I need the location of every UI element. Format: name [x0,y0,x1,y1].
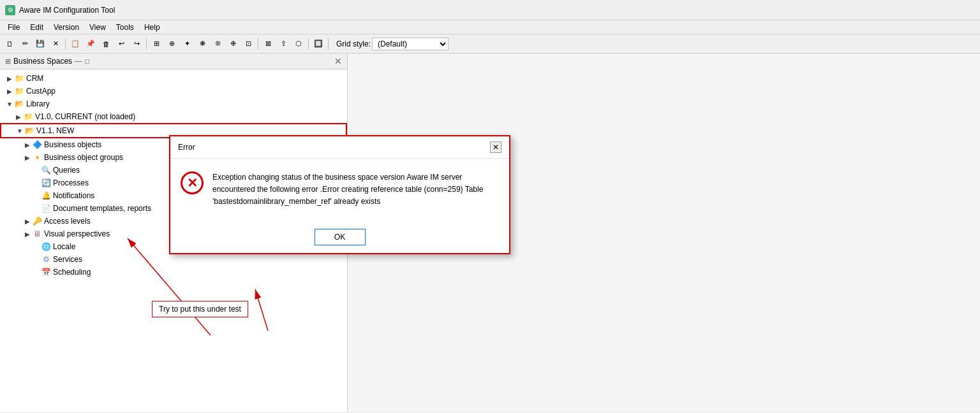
svc-icon: ⚙ [41,254,51,264]
tree-item-custapp[interactable]: ▶ 📁 CustApp [0,85,347,98]
app-icon: ⚙ [5,5,15,15]
toolbar-separator-2 [146,38,147,50]
tree-label-notifications: Notifications [53,191,94,200]
tree-label-locale: Locale [53,242,75,251]
toolbar-redo[interactable]: ↪ [130,37,144,51]
tree-label-doctemplates: Document templates, reports [53,204,151,213]
annotation-box: Try to put this under test [152,301,248,317]
bo-icon: 🔷 [32,140,42,150]
bog-icon: 🔸 [32,152,42,163]
dialog-titlebar: Error ✕ [170,136,509,159]
panel-minimize[interactable]: — [75,57,82,66]
tree-label-access: Access levels [44,217,91,226]
tree-label-queries: Queries [53,166,80,175]
toolbar-b5[interactable]: ❊ [211,37,225,51]
panel-tab-close[interactable]: ✕ [334,56,342,66]
toolbar-b6[interactable]: ❉ [226,37,240,51]
toolbar-separator-5 [328,38,329,50]
menu-tools[interactable]: Tools [111,22,139,33]
tree-arrow-crm: ▶ [5,74,14,83]
dialog-title: Error [178,143,195,152]
tree-label-custapp: CustApp [26,87,56,96]
tree-label-bo: Business objects [44,140,101,149]
tree-label-visual: Visual perspectives [44,229,110,238]
tree-arrow-library: ▼ [5,99,14,108]
menu-bar: File Edit Version View Tools Help [0,20,980,34]
main-area: ⊞ Business Spaces — □ ✕ ▶ 📁 CRM ▶ 📁 Cust… [0,54,980,412]
folder-icon-library: 📂 [14,99,24,109]
error-icon: ✕ [181,171,204,194]
tree-arrow-bog: ▶ [23,153,32,162]
tree-label-v10: V1.0, CURRENT (not loaded) [35,112,135,121]
tree-item-crm[interactable]: ▶ 📁 CRM [0,72,347,85]
folder-icon-v11: 📂 [24,126,34,136]
toolbar-close[interactable]: ✕ [48,37,63,51]
toolbar: 🗋 ✏ 💾 ✕ 📋 📌 🗑 ↩ ↪ ⊞ ⊕ ✦ ❋ ❊ ❉ ⊡ ⊠ ⇪ ⬡ 🔲 … [0,34,980,54]
folder-icon-crm: 📁 [14,73,24,83]
dialog-close-button[interactable]: ✕ [490,141,501,153]
tree-arrow-visual: ▶ [23,229,32,238]
tree-label-v11: V1.1, NEW [36,126,74,135]
folder-icon-custapp: 📁 [14,86,24,96]
toolbar-copy[interactable]: 📋 [68,37,82,51]
toolbar-b9[interactable]: ⇪ [276,37,290,51]
toolbar-b4[interactable]: ❋ [195,37,209,51]
app-title: Aware IM Configuration Tool [19,6,115,15]
toolbar-b1[interactable]: ⊞ [149,37,163,51]
dialog-footer: OK [170,221,509,253]
panel-tab-controls[interactable]: — □ [75,57,89,66]
toolbar-b11[interactable]: 🔲 [311,37,325,51]
toolbar-b2[interactable]: ⊕ [165,37,179,51]
dialog-ok-button[interactable]: OK [315,229,366,245]
folder-icon-v10: 📁 [23,112,33,122]
tree-item-scheduling[interactable]: ▶ 📅 Scheduling [0,266,347,279]
menu-edit[interactable]: Edit [25,22,48,33]
toolbar-delete[interactable]: 🗑 [99,37,113,51]
tree-label-processes: Processes [53,178,89,187]
grid-style-select[interactable]: (Default) [372,38,449,50]
panel-maximize[interactable]: □ [85,57,89,66]
tree-label-scheduling: Scheduling [53,268,91,277]
tree-label-crm: CRM [26,74,43,83]
tree-arrow-custapp: ▶ [5,87,14,96]
annotation-text: Try to put this under test [159,305,241,314]
tree-item-services[interactable]: ▶ ⚙ Services [0,253,347,266]
toolbar-edit[interactable]: ✏ [18,37,32,51]
tree-item-v10[interactable]: ▶ 📁 V1.0, CURRENT (not loaded) [0,110,347,123]
proc-icon: 🔄 [41,178,51,188]
panel-tab-title: Business Spaces [13,57,72,66]
toolbar-b10[interactable]: ⬡ [292,37,306,51]
tree-arrow-access: ▶ [23,217,32,226]
grid-style-label: Grid style: [336,40,371,48]
tree-arrow-v11: ▼ [15,126,24,135]
dialog-body: ✕ Exception changing status of the busin… [170,159,509,221]
locale-icon: 🌐 [41,242,51,252]
tree-label-library: Library [26,99,50,108]
menu-view[interactable]: View [84,22,111,33]
tree-item-library[interactable]: ▼ 📂 Library [0,98,347,110]
sched-icon: 📅 [41,267,51,277]
toolbar-undo[interactable]: ↩ [114,37,128,51]
notif-icon: 🔔 [41,191,51,201]
toolbar-separator-4 [308,38,309,50]
menu-version[interactable]: Version [48,22,84,33]
tree-label-bog: Business object groups [44,153,123,162]
title-bar: ⚙ Aware IM Configuration Tool [0,0,980,20]
tree-label-services: Services [53,255,82,264]
toolbar-b7[interactable]: ⊡ [241,37,255,51]
toolbar-b8[interactable]: ⊠ [261,37,275,51]
doc-icon: 📄 [41,203,51,214]
panel-tab: ⊞ Business Spaces — □ ✕ [0,54,347,69]
toolbar-paste[interactable]: 📌 [84,37,98,51]
tree-arrow-v10: ▶ [14,112,23,121]
menu-help[interactable]: Help [139,22,165,33]
toolbar-b3[interactable]: ✦ [180,37,194,51]
dialog-message: Exception changing status of the busines… [212,171,499,208]
toolbar-save[interactable]: 💾 [33,37,47,51]
query-icon: 🔍 [41,165,51,175]
toolbar-separator-1 [65,38,66,50]
toolbar-separator-3 [258,38,258,50]
access-icon: 🔑 [32,216,42,226]
toolbar-new[interactable]: 🗋 [3,37,17,51]
menu-file[interactable]: File [3,22,25,33]
